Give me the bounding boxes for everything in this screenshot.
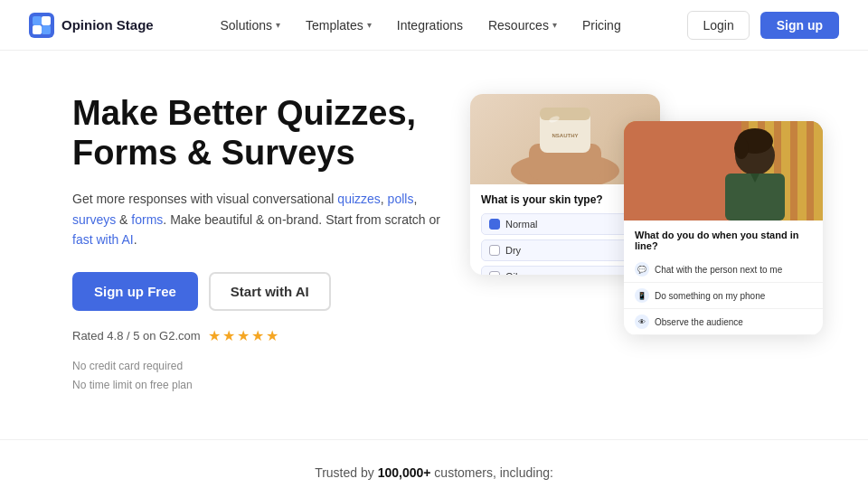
- link-fast-ai[interactable]: fast with AI: [72, 232, 134, 247]
- choice-icon-2: 📱: [635, 288, 649, 303]
- signup-button[interactable]: Sign up: [760, 12, 839, 39]
- svg-rect-4: [42, 25, 51, 34]
- nav-pricing[interactable]: Pricing: [582, 18, 621, 33]
- hero-title: Make Better Quizzes, Forms & Surveys: [72, 94, 452, 173]
- nav-integrations[interactable]: Integrations: [397, 18, 463, 33]
- hero-buttons: Sign up Free Start with AI: [72, 272, 452, 311]
- svg-point-20: [734, 137, 749, 159]
- hero-section: Make Better Quizzes, Forms & Surveys Get…: [0, 51, 868, 425]
- checkbox-normal: [489, 219, 500, 230]
- demo-choice-2[interactable]: 📱 Do something on my phone: [624, 283, 823, 309]
- brand-name: Opinion Stage: [61, 17, 154, 33]
- hero-description: Get more responses with visual conversat…: [72, 189, 452, 249]
- svg-rect-2: [42, 16, 51, 25]
- trusted-section: Trusted by 100,000+ customers, including…: [0, 439, 868, 488]
- hero-demo: NSAUTHY What is your skin type? Normal D…: [452, 94, 796, 329]
- link-quizzes[interactable]: quizzes: [337, 192, 380, 206]
- link-polls[interactable]: polls: [388, 192, 414, 206]
- choice-icon-3: 👁: [635, 314, 649, 329]
- login-button[interactable]: Login: [687, 11, 749, 40]
- svg-rect-1: [33, 16, 42, 25]
- demo-card-line: What do you do when you stand in line? 💬…: [624, 121, 823, 335]
- note-no-time: No time limit on free plan: [72, 376, 452, 396]
- note-no-credit: No credit card required: [72, 357, 452, 377]
- svg-text:NSAUTHY: NSAUTHY: [552, 133, 578, 138]
- star-rating: ★★★★★: [208, 327, 280, 344]
- link-surveys[interactable]: surveys: [72, 212, 116, 227]
- svg-rect-3: [33, 25, 42, 34]
- trusted-count: 100,000+: [378, 465, 431, 480]
- svg-rect-17: [807, 121, 814, 221]
- chevron-icon: ▾: [367, 20, 372, 30]
- person-illustration: [624, 121, 823, 221]
- svg-rect-8: [540, 108, 590, 120]
- demo-card-line-image: [624, 121, 823, 221]
- svg-rect-12: [624, 121, 741, 221]
- link-forms[interactable]: forms: [131, 212, 163, 227]
- nav-solutions[interactable]: Solutions ▾: [220, 18, 280, 33]
- nav-actions: Login Sign up: [687, 11, 839, 40]
- nav-resources[interactable]: Resources ▾: [488, 18, 557, 33]
- nav-links: Solutions ▾ Templates ▾ Integrations Res…: [220, 18, 620, 33]
- signup-free-button[interactable]: Sign up Free: [72, 272, 198, 311]
- svg-rect-0: [29, 13, 54, 38]
- logo-icon: [29, 13, 54, 38]
- nav-templates[interactable]: Templates ▾: [306, 18, 372, 33]
- hero-notes: No credit card required No time limit on…: [72, 357, 452, 396]
- navbar: Opinion Stage Solutions ▾ Templates ▾ In…: [0, 0, 868, 51]
- svg-rect-16: [790, 121, 797, 221]
- brand-logo[interactable]: Opinion Stage: [29, 13, 154, 38]
- rating-text: Rated 4.8 / 5 on G2.com: [72, 329, 201, 343]
- trusted-text: Trusted by 100,000+ customers, including…: [18, 465, 850, 480]
- chevron-icon: ▾: [552, 20, 557, 30]
- checkbox-dry: [489, 245, 500, 256]
- checkbox-oily: [489, 271, 500, 275]
- hero-content: Make Better Quizzes, Forms & Surveys Get…: [72, 94, 452, 396]
- demo-choice-3[interactable]: 👁 Observe the audience: [624, 309, 823, 335]
- chevron-icon: ▾: [276, 20, 280, 30]
- choice-icon-1: 💬: [635, 262, 649, 277]
- demo-card-line-question: What do you do when you stand in line?: [624, 221, 823, 257]
- rating-row: Rated 4.8 / 5 on G2.com ★★★★★: [72, 327, 452, 344]
- start-ai-button[interactable]: Start with AI: [209, 272, 331, 311]
- demo-choice-1[interactable]: 💬 Chat with the person next to me: [624, 257, 823, 283]
